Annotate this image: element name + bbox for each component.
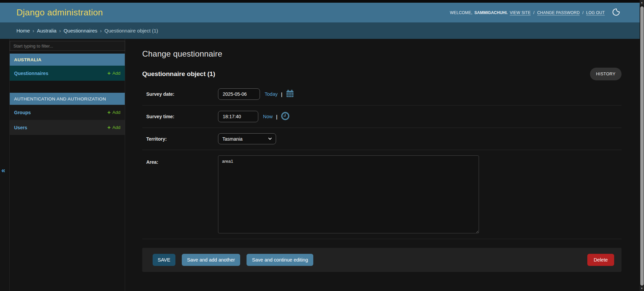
- survey-time-field: Now |: [218, 111, 290, 122]
- add-group-link[interactable]: + Add: [107, 110, 120, 115]
- object-tools-row: Questionnaire object (1) HISTORY: [142, 68, 622, 80]
- survey-date-field: Today |: [218, 88, 294, 100]
- breadcrumb-separator: ›: [33, 28, 34, 33]
- top-strip: [0, 0, 644, 3]
- shortcut-separator: |: [276, 114, 277, 120]
- sidebar-item-groups: Groups + Add: [10, 105, 125, 120]
- sidebar-collapse-button[interactable]: «: [1, 166, 5, 173]
- username: SAMMIGACHUHI.: [474, 10, 507, 15]
- clock-picker-button[interactable]: [281, 112, 290, 122]
- survey-date-label: Survey date:: [146, 91, 218, 97]
- add-label: Add: [112, 71, 120, 76]
- sidebar-nav: AUSTRALIA Questionnaires + Add AUTHENTIC…: [10, 39, 125, 291]
- sidebar-module-auth: AUTHENTICATION AND AUTHORIZATION Groups …: [10, 93, 125, 135]
- user-tools: WELCOME, SAMMIGACHUHI. VIEW SITE / CHANG…: [450, 8, 621, 18]
- theme-toggle-button[interactable]: [611, 8, 621, 18]
- plus-icon: +: [107, 125, 111, 130]
- questionnaires-link[interactable]: Questionnaires: [14, 71, 48, 76]
- breadcrumb-app-australia[interactable]: Australia: [37, 28, 56, 33]
- survey-time-label: Survey time:: [146, 114, 218, 119]
- calendar-picker-button[interactable]: [286, 89, 294, 99]
- welcome-text: WELCOME,: [450, 10, 472, 15]
- sidebar-item-users: Users + Add: [10, 120, 125, 135]
- form-row-survey-time: Survey time: Now |: [142, 105, 622, 128]
- main-content: Change questionnaire Questionnaire objec…: [125, 39, 640, 291]
- calendar-icon: [286, 89, 294, 99]
- content-wrap: « AUSTRALIA Questionnaires + Add: [0, 39, 640, 291]
- moon-icon: [611, 8, 621, 18]
- site-branding[interactable]: Django administration: [16, 7, 103, 18]
- breadcrumb: Home › Australia › Questionnaires › Ques…: [0, 22, 640, 39]
- add-label: Add: [112, 125, 120, 130]
- sidebar-filter-input[interactable]: [10, 41, 125, 51]
- delete-button[interactable]: Delete: [587, 254, 614, 266]
- form-row-territory: Territory: Tasmania: [142, 128, 622, 150]
- form-row-area: Area: area1: [142, 150, 622, 239]
- add-label: Add: [112, 110, 120, 115]
- today-shortcut-link[interactable]: Today: [265, 91, 278, 97]
- area-label: Area:: [146, 155, 218, 165]
- plus-icon: +: [107, 110, 111, 115]
- sidebar-caption-auth: AUTHENTICATION AND AUTHORIZATION: [10, 93, 125, 105]
- sidebar-caption-australia-link[interactable]: AUSTRALIA: [14, 57, 42, 62]
- groups-link[interactable]: Groups: [14, 110, 31, 115]
- submit-row: SAVE Save and add another Save and conti…: [142, 248, 622, 272]
- clock-icon: [281, 112, 290, 122]
- double-chevron-left-icon: «: [1, 166, 5, 174]
- now-shortcut-link[interactable]: Now: [263, 114, 273, 119]
- territory-select-wrap: Tasmania: [218, 133, 276, 144]
- form-row-survey-date: Survey date: Today |: [142, 83, 622, 105]
- territory-label: Territory:: [146, 136, 218, 142]
- territory-field: Tasmania: [218, 133, 276, 144]
- breadcrumb-questionnaires[interactable]: Questionnaires: [63, 28, 97, 33]
- sidebar-toggle-strip: «: [0, 39, 10, 291]
- sidebar-module-australia: AUSTRALIA Questionnaires + Add: [10, 54, 125, 81]
- django-admin-screen: Django administration WELCOME, SAMMIGACH…: [0, 0, 644, 291]
- area-textarea[interactable]: area1: [218, 155, 479, 233]
- save-and-add-another-button[interactable]: Save and add another: [182, 254, 240, 266]
- survey-time-input[interactable]: [218, 111, 258, 122]
- separator: /: [533, 10, 534, 15]
- shortcut-separator: |: [281, 91, 282, 97]
- page-scrollbar: ▲ ▼: [640, 0, 644, 291]
- sidebar-caption-australia: AUSTRALIA: [10, 54, 125, 66]
- add-user-link[interactable]: + Add: [107, 125, 120, 130]
- scroll-down-arrow-icon[interactable]: ▼: [640, 286, 644, 291]
- survey-date-input[interactable]: [218, 88, 260, 100]
- scrollbar-thumb[interactable]: [640, 6, 644, 286]
- breadcrumb-current: Questionnaire object (1): [104, 28, 158, 33]
- area-field: area1: [218, 155, 479, 233]
- territory-select[interactable]: Tasmania: [218, 133, 276, 144]
- users-link[interactable]: Users: [14, 125, 27, 130]
- sidebar-caption-auth-link[interactable]: AUTHENTICATION AND AUTHORIZATION: [14, 96, 106, 101]
- save-button[interactable]: SAVE: [153, 254, 175, 266]
- change-password-link[interactable]: CHANGE PASSWORD: [537, 10, 580, 15]
- page-title: Change questionnaire: [142, 49, 622, 59]
- plus-icon: +: [107, 70, 111, 76]
- add-questionnaire-link[interactable]: + Add: [107, 70, 120, 76]
- scroll-up-arrow-icon[interactable]: ▲: [640, 0, 644, 5]
- log-out-link[interactable]: LOG OUT: [586, 10, 605, 15]
- sidebar-item-questionnaires: Questionnaires + Add: [10, 66, 125, 81]
- history-button[interactable]: HISTORY: [590, 68, 622, 80]
- save-and-continue-button[interactable]: Save and continue editing: [247, 254, 313, 266]
- header: Django administration WELCOME, SAMMIGACH…: [0, 3, 640, 22]
- change-form: Survey date: Today |: [142, 83, 622, 272]
- breadcrumb-separator: ›: [59, 28, 61, 33]
- object-title: Questionnaire object (1): [142, 70, 215, 78]
- breadcrumb-separator: ›: [100, 28, 102, 33]
- separator: /: [582, 10, 583, 15]
- view-site-link[interactable]: VIEW SITE: [510, 10, 531, 15]
- breadcrumb-home[interactable]: Home: [16, 28, 30, 33]
